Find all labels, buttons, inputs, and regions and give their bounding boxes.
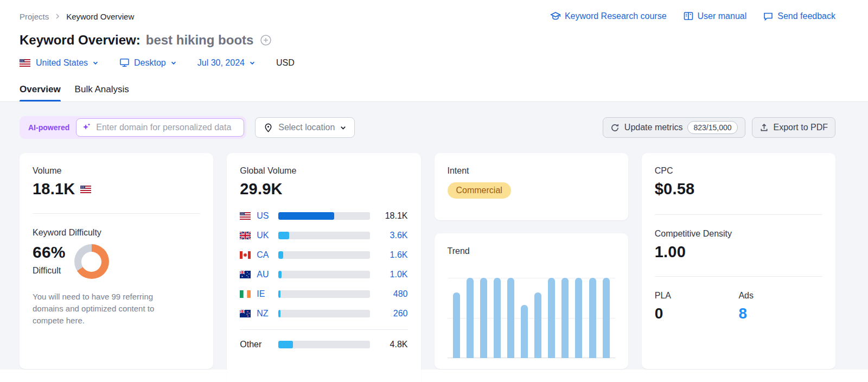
tabs: OverviewBulk Analysis bbox=[20, 84, 835, 101]
country-label[interactable]: AU bbox=[257, 270, 278, 279]
country-label[interactable]: UK bbox=[257, 231, 278, 240]
flag-nz-icon bbox=[240, 310, 252, 317]
chat-bubble-icon bbox=[763, 11, 774, 22]
ai-powered-badge: AI-powered bbox=[22, 123, 76, 132]
volume-value: 18.1K bbox=[33, 180, 75, 198]
export-pdf-label: Export to PDF bbox=[774, 123, 828, 132]
chevron-down-icon bbox=[92, 60, 99, 66]
ai-powered-group: AI-powered bbox=[20, 116, 246, 139]
breadcrumb-projects[interactable]: Projects bbox=[20, 12, 49, 21]
trend-bar-11 bbox=[589, 278, 596, 358]
desktop-icon bbox=[119, 58, 130, 68]
country-filter[interactable]: United States bbox=[20, 58, 99, 68]
divider bbox=[240, 329, 407, 330]
country-label[interactable]: CA bbox=[257, 250, 278, 260]
export-pdf-button[interactable]: Export to PDF bbox=[752, 117, 835, 138]
volume-bar-fill bbox=[278, 251, 283, 259]
flag-us-icon bbox=[20, 59, 31, 67]
trend-bar-8 bbox=[548, 278, 555, 358]
donut-hole bbox=[81, 252, 101, 272]
volume-bar-fill bbox=[278, 290, 280, 298]
global-volume-row-nz: NZ260 bbox=[240, 308, 407, 320]
country-volume-value: 4.8K bbox=[378, 340, 408, 349]
chevron-down-icon bbox=[340, 124, 347, 131]
update-metrics-label: Update metrics bbox=[624, 123, 683, 132]
trend-bar-12 bbox=[603, 278, 610, 358]
intent-badge[interactable]: Commercial bbox=[448, 182, 511, 199]
volume-bar-track bbox=[278, 212, 369, 220]
add-keyword-icon[interactable] bbox=[260, 34, 272, 46]
page-title: Keyword Overview: bbox=[20, 33, 141, 48]
chevron-down-icon bbox=[170, 60, 177, 66]
intent-card: Intent Commercial bbox=[435, 153, 628, 220]
cpc-value: $0.58 bbox=[655, 180, 822, 198]
global-volume-value: 29.9K bbox=[240, 180, 407, 198]
header-link-user-manual[interactable]: User manual bbox=[683, 11, 747, 22]
header-links: Keyword Research courseUser manualSend f… bbox=[550, 11, 835, 22]
trend-bar-2 bbox=[467, 278, 474, 358]
quota-badge: 823/15,000 bbox=[687, 121, 737, 134]
trend-bars bbox=[453, 278, 610, 358]
volume-bar-track bbox=[278, 251, 369, 259]
country-volume-value[interactable]: 260 bbox=[378, 309, 408, 319]
main-content: AI-powered Select location Update metric… bbox=[0, 102, 868, 370]
device-filter[interactable]: Desktop bbox=[119, 58, 177, 68]
trend-bar-6 bbox=[521, 305, 528, 358]
global-volume-row-us: US18.1K bbox=[240, 210, 407, 222]
page-header: Projects Keyword Overview Keyword Resear… bbox=[0, 0, 868, 102]
device-filter-label: Desktop bbox=[134, 58, 166, 68]
country-volume-value: 18.1K bbox=[378, 211, 408, 221]
volume-bar-fill bbox=[278, 310, 280, 317]
global-volume-rows: US18.1KUK3.6KCA1.6KAU1.0KIE480NZ260Other… bbox=[240, 210, 407, 351]
volume-bar-fill bbox=[278, 341, 293, 348]
global-volume-row-ie: IE480 bbox=[240, 288, 407, 300]
country-label: Other bbox=[240, 340, 278, 349]
location-pin-icon bbox=[263, 123, 273, 133]
pla-value: 0 bbox=[655, 305, 739, 322]
domain-input[interactable] bbox=[76, 118, 244, 137]
difficulty-donut-chart bbox=[74, 244, 109, 279]
header-link-label: Keyword Research course bbox=[565, 11, 667, 21]
update-metrics-button[interactable]: Update metrics 823/15,000 bbox=[603, 117, 745, 138]
volume-label: Volume bbox=[33, 166, 200, 176]
global-volume-row-uk: UK3.6K bbox=[240, 230, 407, 241]
header-link-send-feedback[interactable]: Send feedback bbox=[763, 11, 835, 22]
country-label[interactable]: NZ bbox=[257, 309, 278, 319]
volume-bar-track bbox=[278, 232, 369, 239]
tab-overview[interactable]: Overview bbox=[20, 84, 61, 101]
country-volume-value[interactable]: 1.6K bbox=[378, 250, 408, 260]
trend-chart bbox=[448, 267, 615, 358]
country-label[interactable]: US bbox=[257, 211, 278, 221]
global-volume-card: Global Volume 29.9K US18.1KUK3.6KCA1.6KA… bbox=[227, 153, 420, 382]
flag-uk-icon bbox=[240, 232, 252, 239]
book-icon bbox=[683, 11, 694, 22]
country-volume-value[interactable]: 1.0K bbox=[378, 270, 408, 279]
trend-bar-1 bbox=[453, 292, 460, 358]
date-filter-label: Jul 30, 2024 bbox=[197, 58, 245, 68]
global-volume-row-ca: CA1.6K bbox=[240, 249, 407, 261]
ads-value[interactable]: 8 bbox=[738, 305, 822, 322]
header-link-label: User manual bbox=[698, 11, 747, 21]
select-location-label: Select location bbox=[278, 123, 335, 132]
graduation-cap-icon bbox=[550, 11, 561, 22]
country-label[interactable]: IE bbox=[257, 289, 278, 299]
select-location-button[interactable]: Select location bbox=[255, 117, 355, 138]
country-volume-value[interactable]: 480 bbox=[378, 289, 408, 299]
chevron-right-icon bbox=[54, 13, 61, 20]
tab-bulk-analysis[interactable]: Bulk Analysis bbox=[75, 84, 129, 101]
currency-label: USD bbox=[276, 58, 295, 68]
date-filter[interactable]: Jul 30, 2024 bbox=[197, 58, 256, 68]
volume-bar-track bbox=[278, 310, 369, 317]
ads-label: Ads bbox=[738, 291, 822, 301]
country-filter-label: United States bbox=[36, 58, 88, 68]
keyword-difficulty-level: Difficult bbox=[33, 266, 66, 276]
keyword-difficulty-value: 66% bbox=[33, 243, 66, 262]
header-link-label: Send feedback bbox=[777, 11, 835, 21]
trend-bar-7 bbox=[534, 292, 541, 358]
country-volume-value[interactable]: 3.6K bbox=[378, 231, 408, 240]
pla-label: PLA bbox=[655, 291, 739, 301]
cpc-card: CPC $0.58 Competitive Density 1.00 PLA 0… bbox=[642, 153, 835, 369]
header-link-keyword-research-course[interactable]: Keyword Research course bbox=[550, 11, 667, 22]
trend-bar-3 bbox=[480, 278, 487, 358]
divider bbox=[655, 276, 822, 277]
